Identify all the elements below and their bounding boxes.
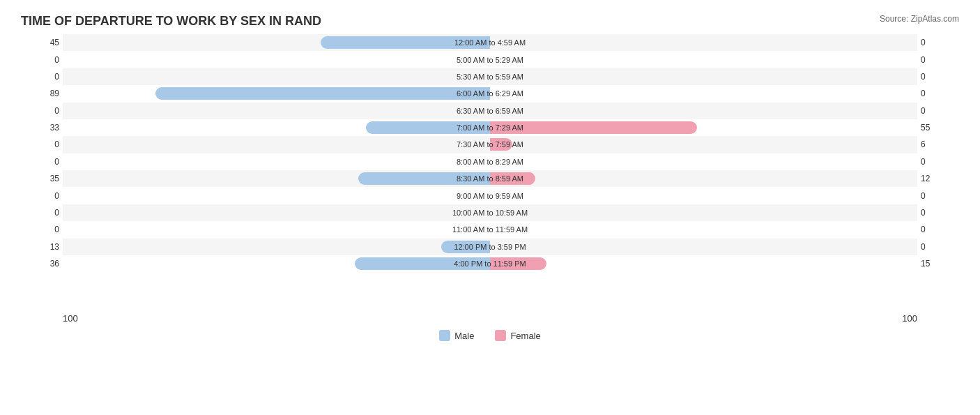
bar-center: 4:00 PM to 11:59 PM	[63, 255, 917, 272]
row-label: 11:00 AM to 11:59 AM	[452, 225, 528, 234]
row-label: 5:00 AM to 5:29 AM	[457, 56, 523, 64]
row-label: 6:30 AM to 6:59 AM	[457, 107, 523, 115]
chart-area: 45012:00 AM to 4:59 AM005:00 AM to 5:29 …	[21, 34, 959, 345]
table-row: 008:00 AM to 8:29 AM	[63, 153, 917, 170]
female-value: 0	[921, 225, 956, 234]
bar-center: 8:00 AM to 8:29 AM	[63, 153, 917, 170]
female-bar	[490, 257, 546, 270]
row-label: 9:00 AM to 9:59 AM	[457, 192, 523, 200]
table-row: 005:00 AM to 5:29 AM	[63, 51, 917, 68]
bar-center: 5:30 AM to 5:59 AM	[63, 68, 917, 85]
male-value: 33	[24, 123, 59, 133]
bar-center: 12:00 AM to 4:59 AM	[63, 34, 917, 51]
bar-center: 11:00 AM to 11:59 AM	[63, 221, 917, 238]
male-value: 0	[24, 208, 59, 218]
table-row: 006:30 AM to 6:59 AM	[63, 103, 917, 119]
source-text: Source: ZipAtlas.com	[880, 14, 959, 24]
bar-center: 7:00 AM to 7:29 AM	[63, 119, 917, 136]
bar-center: 5:00 AM to 5:29 AM	[63, 51, 917, 68]
bar-center: 12:00 PM to 3:59 PM	[63, 239, 917, 255]
legend: Male Female	[21, 330, 959, 341]
female-bar	[490, 121, 697, 134]
legend-male-label: Male	[454, 331, 474, 341]
bar-center: 10:00 AM to 10:59 AM	[63, 204, 917, 221]
female-value: 0	[921, 38, 956, 47]
female-value: 6	[921, 139, 956, 149]
male-value: 35	[24, 174, 59, 183]
table-row: 45012:00 AM to 4:59 AM	[63, 34, 917, 51]
male-value: 0	[24, 139, 59, 149]
male-bar	[355, 257, 490, 270]
table-row: 8906:00 AM to 6:29 AM	[63, 85, 917, 102]
bar-center: 8:30 AM to 8:59 AM	[63, 170, 917, 187]
legend-male: Male	[439, 330, 474, 341]
female-value: 0	[921, 106, 956, 116]
male-value: 0	[24, 106, 59, 116]
male-value: 0	[24, 72, 59, 82]
male-value: 0	[24, 225, 59, 234]
bar-center: 9:00 AM to 9:59 AM	[63, 187, 917, 204]
table-row: 0010:00 AM to 10:59 AM	[63, 204, 917, 221]
male-bar	[366, 121, 490, 134]
axis-left: 100	[63, 313, 78, 324]
bar-center: 7:30 AM to 7:59 AM	[63, 136, 917, 153]
female-value: 0	[921, 72, 956, 82]
table-row: 36154:00 PM to 11:59 PM	[63, 255, 917, 272]
male-value: 13	[24, 242, 59, 252]
male-bar	[155, 87, 490, 100]
female-value: 0	[921, 89, 956, 98]
rows-area: 45012:00 AM to 4:59 AM005:00 AM to 5:29 …	[63, 34, 917, 306]
male-value: 0	[24, 157, 59, 167]
female-value: 0	[921, 191, 956, 201]
female-bar	[490, 172, 535, 185]
male-value: 89	[24, 89, 59, 98]
row-label: 5:30 AM to 5:59 AM	[457, 73, 523, 81]
table-row: 35128:30 AM to 8:59 AM	[63, 170, 917, 187]
male-value: 0	[24, 191, 59, 201]
female-value: 12	[921, 174, 956, 183]
female-value: 0	[921, 242, 956, 252]
chart-container: TIME OF DEPARTURE TO WORK BY SEX IN RAND…	[0, 0, 980, 415]
male-value: 36	[24, 259, 59, 269]
table-row: 13012:00 PM to 3:59 PM	[63, 239, 917, 255]
female-value: 0	[921, 55, 956, 65]
chart-title: TIME OF DEPARTURE TO WORK BY SEX IN RAND	[21, 14, 959, 29]
legend-male-box	[439, 330, 450, 341]
axis-labels: 100 100	[63, 313, 917, 324]
male-value: 45	[24, 38, 59, 47]
female-value: 0	[921, 208, 956, 218]
female-value: 15	[921, 259, 956, 269]
male-bar	[441, 241, 490, 253]
table-row: 067:30 AM to 7:59 AM	[63, 136, 917, 153]
row-label: 8:00 AM to 8:29 AM	[457, 158, 523, 166]
legend-female-box	[495, 330, 506, 341]
male-bar	[321, 36, 490, 49]
female-bar	[490, 138, 512, 151]
axis-right: 100	[902, 313, 917, 324]
female-value: 55	[921, 123, 956, 133]
male-bar	[358, 172, 490, 185]
row-label: 10:00 AM to 10:59 AM	[452, 209, 528, 217]
bar-center: 6:30 AM to 6:59 AM	[63, 103, 917, 119]
table-row: 0011:00 AM to 11:59 AM	[63, 221, 917, 238]
table-row: 33557:00 AM to 7:29 AM	[63, 119, 917, 136]
male-value: 0	[24, 55, 59, 65]
legend-female: Female	[495, 330, 540, 341]
bar-center: 6:00 AM to 6:29 AM	[63, 85, 917, 102]
table-row: 009:00 AM to 9:59 AM	[63, 187, 917, 204]
female-value: 0	[921, 157, 956, 167]
table-row: 005:30 AM to 5:59 AM	[63, 68, 917, 85]
legend-female-label: Female	[510, 331, 540, 341]
